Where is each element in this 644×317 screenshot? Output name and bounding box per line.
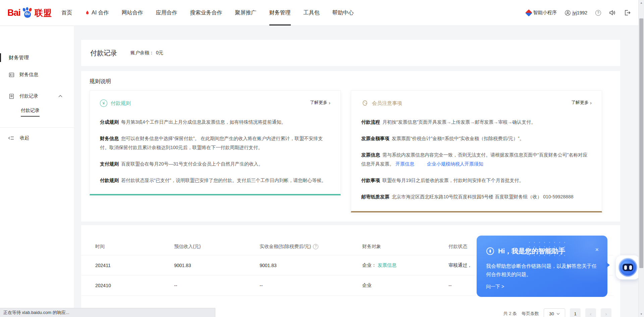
small-taxpayer-notice-link[interactable]: 企业小规模纳税人开票须知 (427, 161, 483, 167)
pagination: 共 2 条 每页条数 30 1 ‹ › (503, 308, 611, 317)
assistant-title: Hi，我是您的智能助手 (498, 247, 565, 256)
collapse-icon (8, 136, 14, 140)
cell-actual: -- (260, 283, 362, 288)
rule-item: 支付规则百度联盟会在每月20号—31号支付企业会员上个自然月产生的收入。 (100, 160, 330, 169)
nav-item-toolkit[interactable]: 工具包 (304, 0, 320, 25)
cell-finance-target: 企业 (362, 282, 448, 289)
page-header-card: 付款记录 账户余额：0元 (81, 40, 620, 66)
page-title: 付款记录 (90, 49, 117, 58)
cell-actual: 9001.83 (260, 263, 362, 268)
cell-estimated: -- (174, 283, 260, 288)
scroll-down-arrow[interactable]: ▼ (639, 311, 644, 317)
top-nav: Bai du 联盟 首页 AI 合作 网站合作 应用合作 搜索业务合作 聚屏推广… (0, 0, 644, 26)
rule-item: 付款事项联盟在每月19日之后签收的发票，付款时间安排在下个月首批支付。 (361, 176, 592, 185)
nav-right-tools: 智能小程序 jyj1992 ? (526, 0, 631, 25)
cell-time: 202410 (95, 283, 174, 288)
member-notes-card: 会员注意事项 了解更多 › 付款流程月初按“发票信息”页面开具发票→上传发票→邮… (351, 90, 602, 212)
rules-section-title: 规则说明 (90, 78, 620, 85)
baidu-paw-icon: du (21, 7, 34, 18)
rule-item: 分成规则每月第3或4个工作日产出上月分成信息及发票信息，如有特殊情况将提前通知。 (100, 118, 330, 127)
robot-avatar-icon (618, 258, 638, 277)
col-header-time: 时间 (95, 244, 174, 250)
assistant-message: 我会帮助您诊断合作链路问题，以及解答您关于任何合作相关的问题。 (486, 262, 598, 278)
flame-icon (85, 10, 90, 16)
ask-now-link[interactable]: 问一下 > (486, 284, 504, 290)
sidebar-item-finance-info[interactable]: 财务信息 (0, 66, 74, 83)
sidebar-subitem-payment-records[interactable]: 付款记录 (0, 105, 74, 119)
payment-rules-card: ¥ 付款规则 了解更多 › 分成规则每月第3或4个工作日产出上月分成信息及发票信… (90, 90, 341, 195)
mini-program-icon (525, 9, 532, 16)
nav-item-app[interactable]: 应用合作 (156, 0, 177, 25)
nav-item-ai[interactable]: AI 合作 (85, 0, 109, 25)
balance-value: 0元 (156, 50, 163, 55)
nav-item-home[interactable]: 首页 (61, 0, 72, 25)
rule-item: 发票信息需与系统内发票信息内容完全一致，否则无法支付。请根据发票信息页面中“百度… (361, 150, 592, 169)
user-account[interactable]: jyj1992 (565, 10, 587, 16)
rule-cards-wrap: ¥ 付款规则 了解更多 › 分成规则每月第3或4个工作日产出上月分成信息及发票信… (90, 90, 620, 212)
nav-item-finance[interactable]: 财务管理 (269, 0, 291, 25)
active-section-indicator (0, 53, 1, 62)
per-page-select[interactable]: 30 (544, 308, 565, 317)
mini-program-link[interactable]: 智能小程序 (526, 10, 557, 16)
payment-rules-head: ¥ 付款规则 (100, 100, 330, 107)
logo-du-text: du (25, 11, 30, 16)
col-header-actual: 实收金额(扣除税费后/元) ? (260, 244, 362, 250)
assistant-header: Hi，我是您的智能助手 (486, 247, 598, 256)
cell-estimated: 9001.83 (174, 263, 260, 268)
member-notes-head: 会员注意事项 (361, 100, 592, 107)
logo-union-text: 联盟 (35, 7, 52, 18)
chick-icon (361, 100, 369, 107)
member-notes-more-link[interactable]: 了解更多 › (571, 100, 592, 106)
status-text: 正在等待 xlab.baidu.com 的响应... (3, 310, 69, 316)
column-help-icon[interactable]: ? (313, 244, 318, 249)
nav-menu: 首页 AI 合作 网站合作 应用合作 搜索业务合作 聚屏推广 财务管理 工具包 … (61, 0, 354, 25)
sidebar: 财务管理 财务信息 付款记录 付款记录 收起 (0, 26, 74, 317)
assistant-avatar-button[interactable] (616, 255, 640, 279)
rule-item: 发票金额事项发票票面“价税合计”金额=系统中“实收金额（扣除税费后/元）”。 (361, 134, 592, 143)
page-button-1[interactable]: 1 (570, 308, 581, 317)
rules-section-card: 规则说明 ¥ 付款规则 了解更多 › 分成规则每月第3或4个工作日产出上月分成信… (81, 71, 620, 221)
baidu-union-logo[interactable]: Bai du 联盟 (7, 0, 52, 25)
assistant-popup-arrow (606, 262, 610, 268)
cell-time: 202411 (95, 263, 174, 268)
chevron-right-icon: › (329, 100, 330, 106)
collapse-sidebar-button[interactable]: 收起 (0, 135, 74, 141)
browser-status-bar: 正在等待 xlab.baidu.com 的响应... (0, 308, 215, 317)
cell-finance-target: 企业：发票信息 (362, 262, 448, 268)
payment-record-icon (9, 93, 14, 99)
robot-face (623, 264, 633, 271)
col-header-finance-target: 财务对象 (362, 244, 448, 250)
payment-rules-more-link[interactable]: 了解更多 › (310, 100, 330, 106)
nav-item-juping[interactable]: 聚屏推广 (235, 0, 257, 25)
logout-icon[interactable] (624, 10, 631, 16)
assistant-popup: Hi，我是您的智能助手 × 我会帮助您诊断合作链路问题，以及解答您关于任何合作相… (477, 236, 607, 297)
col-header-estimated: 预估收入(元) (174, 244, 260, 250)
browser-scrollbar[interactable]: ▲ ▼ (638, 0, 644, 317)
nav-item-search-biz[interactable]: 搜索业务合作 (190, 0, 222, 25)
user-icon (565, 10, 571, 16)
help-icon[interactable]: ? (595, 10, 601, 16)
prev-page-button[interactable]: ‹ (585, 308, 596, 317)
invoice-info-link[interactable]: 开票信息 (395, 161, 414, 167)
compass-icon (486, 247, 494, 255)
payment-rules-title: 付款规则 (111, 100, 131, 107)
rule-item: 付款流程月初按“发票信息”页面开具发票→上传发票→邮寄发票→审核→确认支付。 (361, 118, 592, 127)
rule-item: 财务信息您可以在财务信息中选择“保留付款”。 在此期间您产生的收入将在账户内进行… (100, 134, 330, 152)
rule-item: 邮寄纸质发票北京市海淀区西北旺东路10号院百度科技园5号楼 百度联盟财务组（收）… (361, 192, 592, 201)
scrollbar-thumb[interactable] (639, 18, 643, 268)
chevron-up-icon (58, 95, 62, 98)
next-page-button[interactable]: › (601, 308, 611, 317)
nav-item-website[interactable]: 网站合作 (122, 0, 143, 25)
close-icon[interactable]: × (595, 247, 599, 253)
per-page-label: 每页条数 (522, 311, 539, 317)
sidebar-divider (0, 127, 74, 128)
scroll-up-arrow[interactable]: ▲ (639, 0, 644, 6)
caret-down-icon (556, 313, 560, 315)
logo-bai-text: Bai (7, 8, 20, 18)
invoice-info-table-link[interactable]: 发票信息 (378, 262, 396, 268)
sound-icon[interactable] (609, 10, 616, 16)
finance-info-icon (9, 72, 14, 78)
sidebar-item-payment-records[interactable]: 付款记录 (0, 88, 74, 105)
rule-item: 付款规则若付款状态显示“已支付”，说明联盟已安排了您的付款。支付后三个工作日内到… (100, 176, 330, 185)
nav-item-help[interactable]: 帮助中心 (332, 0, 354, 25)
